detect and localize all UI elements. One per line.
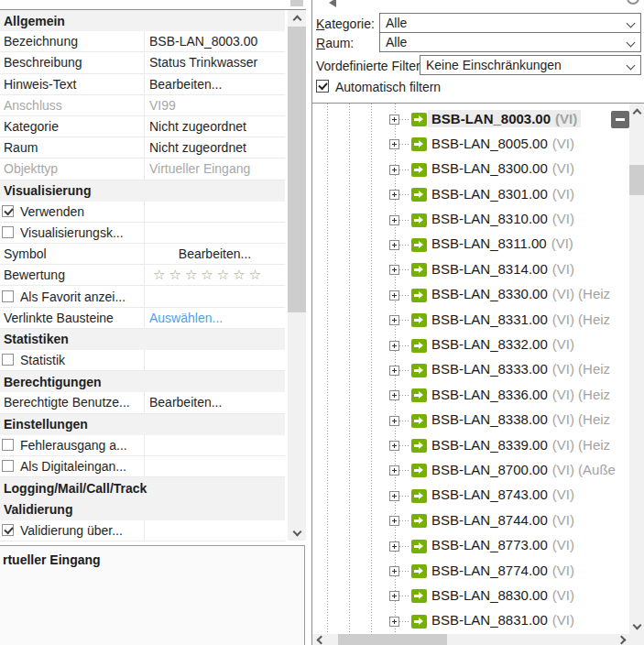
scrollbar-thumb[interactable] — [288, 27, 306, 312]
expand-plus-icon[interactable] — [389, 441, 399, 451]
tree-item[interactable]: BSB-LAN_8331.00(VI) (Heiz — [312, 308, 629, 333]
expand-plus-icon[interactable] — [389, 315, 399, 325]
tree-item[interactable]: BSB-LAN_8336.00(VI) (Heiz — [312, 383, 629, 408]
property-value-cell[interactable] — [144, 286, 285, 307]
expand-plus-icon[interactable] — [389, 566, 399, 576]
property-row[interactable]: Validierung über... — [0, 520, 285, 541]
property-value-cell[interactable]: Bearbeiten... — [144, 74, 285, 95]
property-value-cell[interactable]: Virtueller Eingang — [144, 159, 285, 180]
tree-horizontal-scrollbar[interactable] — [312, 634, 629, 645]
tree-item[interactable]: BSB-LAN_8339.00(VI) (Heiz — [312, 433, 629, 458]
tree-item-label[interactable]: BSB-LAN_8333.00(VI) (Heiz — [428, 360, 614, 377]
property-value-cell[interactable] — [144, 520, 285, 541]
tree-item[interactable]: BSB-LAN_8774.00(VI) — [312, 559, 629, 584]
tree-item[interactable]: BSB-LAN_8310.00(VI) — [312, 208, 629, 233]
expand-plus-icon[interactable] — [389, 366, 399, 376]
tree-item-label[interactable]: BSB-LAN_8311.00(VI) — [428, 235, 577, 252]
tree-item[interactable]: BSB-LAN_8831.00(VI) — [312, 609, 629, 634]
tree-item-label[interactable]: BSB-LAN_8744.00(VI) — [428, 511, 578, 529]
property-row[interactable]: BezeichnungBSB-LAN_8003.00 — [0, 31, 285, 52]
tree-vertical-scrollbar[interactable] — [629, 104, 644, 634]
tree-item-label[interactable]: BSB-LAN_8300.00(VI) — [428, 159, 578, 177]
raum-dropdown[interactable]: Alle — [379, 32, 641, 52]
tree-item-label[interactable]: BSB-LAN_8336.00(VI) (Heiz — [428, 386, 614, 403]
property-row[interactable]: Statistik — [0, 350, 285, 371]
property-value-cell[interactable]: Nicht zugeordnet — [144, 137, 285, 159]
tree-item-label[interactable]: BSB-LAN_8005.00(VI) — [428, 135, 578, 152]
property-row[interactable]: BeschreibungStatus Trinkwasser — [0, 52, 285, 73]
property-value-cell[interactable]: Bearbeiten... — [144, 244, 285, 265]
minus-badge-icon[interactable] — [611, 111, 629, 128]
property-row[interactable]: Berechtigte Benutze...Bearbeiten... — [0, 392, 285, 413]
scrollbar-thumb[interactable] — [338, 634, 447, 645]
scroll-down-button[interactable] — [629, 619, 644, 634]
property-checkbox[interactable] — [2, 524, 14, 536]
expand-plus-icon[interactable] — [389, 617, 399, 627]
expand-plus-icon[interactable] — [389, 190, 399, 200]
property-checkbox[interactable] — [2, 354, 14, 366]
property-checkbox[interactable] — [2, 290, 14, 302]
property-value-cell[interactable]: Bearbeiten... — [144, 392, 285, 413]
tree-item-label[interactable]: BSB-LAN_8003.00(VI) — [428, 110, 581, 127]
property-row[interactable]: Bewertung☆☆☆☆☆☆☆ — [0, 265, 285, 286]
tree-item-label[interactable]: BSB-LAN_8773.00(VI) — [428, 536, 578, 553]
tree-item[interactable]: BSB-LAN_8300.00(VI) — [312, 158, 629, 182]
tree-item-label[interactable]: BSB-LAN_8330.00(VI) (Heiz — [428, 285, 614, 302]
tree-item[interactable]: BSB-LAN_8005.00(VI) — [312, 132, 629, 157]
scroll-up-button[interactable] — [288, 10, 306, 25]
scrollbar-thumb[interactable] — [629, 165, 644, 195]
property-value-cell[interactable]: VI99 — [144, 95, 285, 116]
property-value-cell[interactable] — [144, 350, 285, 371]
expand-plus-icon[interactable] — [389, 240, 399, 250]
property-value-cell[interactable]: Status Trinkwasser — [144, 52, 285, 73]
expand-plus-icon[interactable] — [389, 215, 399, 225]
property-checkbox[interactable] — [2, 205, 14, 217]
property-row[interactable]: Als Favorit anzei... — [0, 286, 285, 307]
automatisch-filtern-checkbox[interactable] — [316, 80, 329, 93]
tree-item-label[interactable]: BSB-LAN_8339.00(VI) (Heiz — [428, 436, 614, 454]
tree-item-label[interactable]: BSB-LAN_8774.00(VI) — [428, 562, 578, 579]
tree-item-label[interactable]: BSB-LAN_8338.00(VI) (Heiz — [428, 410, 614, 428]
property-value-cell[interactable] — [144, 435, 285, 456]
property-row[interactable]: SymbolBearbeiten... — [0, 244, 285, 265]
property-row[interactable]: Verwenden — [0, 202, 285, 223]
tree-item[interactable]: BSB-LAN_8332.00(VI) — [312, 333, 629, 358]
tree-item-label[interactable]: BSB-LAN_8310.00(VI) — [428, 210, 578, 227]
property-checkbox[interactable] — [2, 439, 14, 451]
property-value-cell[interactable]: BSB-LAN_8003.00 — [144, 31, 285, 52]
expand-plus-icon[interactable] — [389, 390, 399, 400]
expand-plus-icon[interactable] — [389, 290, 399, 301]
tree-item[interactable]: BSB-LAN_8330.00(VI) (Heiz — [312, 283, 629, 308]
tree-item[interactable]: BSB-LAN_8314.00(VI) — [312, 257, 629, 282]
tree-item-label[interactable]: BSB-LAN_8331.00(VI) (Heiz — [428, 311, 614, 328]
tree-item[interactable]: BSB-LAN_8003.00(VI) — [312, 107, 629, 132]
scroll-up-button[interactable] — [629, 104, 644, 118]
property-value-cell[interactable] — [144, 456, 285, 477]
property-value-cell[interactable]: Nicht zugeordnet — [144, 116, 285, 137]
expand-plus-icon[interactable] — [389, 591, 399, 601]
tree-item-label[interactable]: BSB-LAN_8830.00(VI) — [428, 586, 578, 604]
kategorie-dropdown[interactable]: Alle — [379, 13, 641, 33]
property-row[interactable]: KategorieNicht zugeordnet — [0, 116, 285, 137]
tree-item-label[interactable]: BSB-LAN_8700.00(VI) (Auße — [428, 461, 619, 478]
vordefinierte-filter-dropdown[interactable]: Keine Einschränkungen — [420, 55, 641, 75]
expand-plus-icon[interactable] — [389, 516, 399, 526]
property-row[interactable]: Als Digitaleingan... — [0, 456, 285, 477]
tree-item[interactable]: BSB-LAN_8744.00(VI) — [312, 508, 629, 533]
expand-plus-icon[interactable] — [389, 139, 399, 149]
property-row[interactable]: Hinweis-TextBearbeiten... — [0, 74, 285, 95]
tree-item[interactable]: BSB-LAN_8700.00(VI) (Auße — [312, 458, 629, 483]
property-checkbox[interactable] — [2, 226, 14, 238]
scroll-left-button[interactable] — [312, 634, 326, 645]
scroll-down-button[interactable] — [288, 526, 306, 541]
property-row[interactable]: Fehlerausgang a... — [0, 435, 285, 456]
expand-plus-icon[interactable] — [389, 465, 399, 476]
property-grid-scrollbar[interactable] — [288, 10, 306, 541]
tree-item[interactable]: BSB-LAN_8830.00(VI) — [312, 584, 629, 608]
tree-item[interactable]: BSB-LAN_8333.00(VI) (Heiz — [312, 358, 629, 383]
tree-item-label[interactable]: BSB-LAN_8314.00(VI) — [428, 260, 578, 278]
expand-plus-icon[interactable] — [389, 115, 399, 125]
expand-plus-icon[interactable] — [389, 265, 399, 275]
property-row[interactable]: ObjekttypVirtueller Eingang — [0, 159, 285, 180]
tree-item[interactable]: BSB-LAN_8773.00(VI) — [312, 534, 629, 559]
